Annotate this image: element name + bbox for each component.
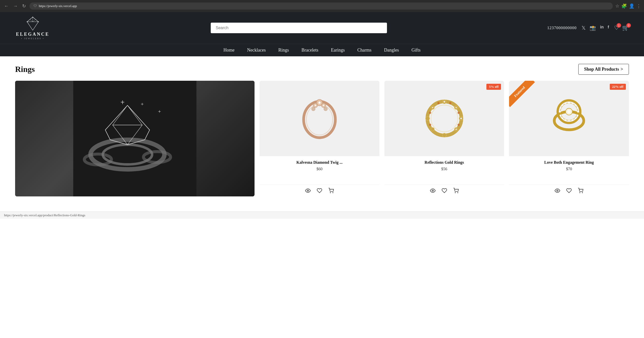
svg-point-66: [575, 104, 576, 106]
shop-all-label: Shop All Products: [584, 67, 619, 72]
love-both-ring-svg: [546, 96, 592, 141]
cart-button-kalvesna[interactable]: [328, 188, 334, 193]
twitter-icon[interactable]: 𝕏: [582, 25, 586, 31]
svg-point-55: [437, 102, 440, 104]
svg-point-29: [311, 107, 315, 111]
svg-point-64: [568, 102, 570, 103]
search-input[interactable]: [211, 23, 387, 33]
product-image-reflections: 5% off: [384, 81, 504, 156]
nav-bracelets[interactable]: Bracelets: [302, 48, 318, 53]
svg-point-77: [562, 117, 563, 119]
svg-point-69: [577, 114, 578, 116]
status-url: https://jewerly-six.vercel.app/product/R…: [4, 213, 85, 217]
featured-ribbon: Featured: [509, 81, 537, 108]
wishlist-button-reflections[interactable]: [442, 188, 447, 193]
svg-point-81: [567, 110, 571, 113]
svg-point-9: [38, 21, 39, 22]
refresh-button[interactable]: ↻: [21, 2, 27, 10]
svg-point-43: [442, 133, 446, 137]
svg-point-75: [559, 111, 561, 112]
svg-point-57: [429, 124, 431, 126]
svg-point-54: [457, 124, 460, 126]
product-card-kalvesna[interactable]: Kalvesna Diamond Twig ... $60: [260, 81, 379, 196]
svg-point-68: [577, 111, 579, 112]
svg-point-32: [315, 105, 316, 106]
svg-point-34: [307, 190, 309, 191]
header-right: 1237000000000 𝕏 📸 in f ♡ 1 🛒 0: [547, 25, 629, 31]
back-button[interactable]: ←: [3, 3, 10, 10]
svg-point-35: [330, 192, 331, 193]
nav-dangles[interactable]: Dangles: [384, 48, 399, 53]
wishlist-badge: 1: [617, 23, 621, 28]
address-bar[interactable]: 🛡 https://jewerly-six.vercel.app: [29, 3, 613, 10]
svg-point-52: [449, 102, 451, 104]
facebook-icon[interactable]: f: [608, 25, 609, 31]
svg-point-58: [432, 190, 434, 191]
instagram-icon[interactable]: 📸: [590, 25, 596, 31]
svg-point-73: [562, 104, 563, 106]
hero-product[interactable]: [15, 81, 255, 196]
product-price-kalvesna: $60: [264, 167, 375, 171]
featured-ribbon-text: Featured: [509, 81, 535, 107]
svg-point-84: [582, 192, 583, 193]
wishlist-button-kalvesna[interactable]: [317, 188, 322, 193]
cart-badge: 0: [626, 23, 631, 28]
svg-point-79: [568, 120, 570, 121]
product-card-reflections[interactable]: 5% off: [384, 81, 504, 196]
nav-charms[interactable]: Charms: [357, 48, 371, 53]
svg-point-7: [32, 17, 33, 17]
search-container: [211, 23, 387, 33]
discount-badge-reflections: 5% off: [486, 84, 501, 90]
extensions-icon[interactable]: 🧩: [621, 3, 627, 9]
svg-point-53: [457, 112, 460, 114]
url-display: https://jewerly-six.vercel.app: [39, 4, 77, 8]
product-actions-love-both: [509, 185, 629, 196]
status-bar: https://jewerly-six.vercel.app/product/R…: [0, 212, 644, 219]
product-card-love-both[interactable]: Featured 22% off: [509, 81, 629, 196]
forward-button[interactable]: →: [12, 3, 19, 10]
view-button-love-both[interactable]: [555, 188, 560, 193]
cart-button-reflections[interactable]: [453, 188, 459, 193]
svg-point-50: [455, 129, 457, 130]
logo-area[interactable]: ELEGANCE • JEWELERS •: [15, 16, 50, 40]
svg-point-67: [577, 107, 578, 109]
svg-point-24: [304, 102, 335, 138]
nav-necklaces[interactable]: Necklaces: [247, 48, 266, 53]
svg-point-71: [572, 119, 573, 121]
nav-gifts[interactable]: Gifts: [411, 48, 420, 53]
svg-point-82: [557, 190, 558, 191]
svg-line-5: [30, 20, 33, 22]
svg-point-36: [333, 192, 333, 193]
view-button-kalvesna[interactable]: [305, 188, 311, 193]
shop-all-link[interactable]: Shop All Products >: [578, 64, 629, 75]
nav-rings[interactable]: Rings: [278, 48, 289, 53]
shop-all-arrow: >: [621, 67, 623, 72]
cart-button[interactable]: 🛒 0: [622, 25, 629, 31]
linkedin-icon[interactable]: in: [600, 25, 603, 31]
bookmark-icon[interactable]: ☆: [615, 3, 619, 9]
cart-button-love-both[interactable]: [578, 188, 583, 193]
product-actions-kalvesna: [260, 185, 379, 196]
cart-area: ♡ 1 🛒 0: [614, 25, 629, 31]
wishlist-button[interactable]: ♡ 1: [614, 25, 619, 31]
wishlist-button-love-both[interactable]: [566, 188, 572, 193]
product-price-love-both: $70: [513, 167, 625, 171]
social-icons: 𝕏 📸 in f: [582, 25, 609, 31]
kalvesna-ring-svg: [297, 96, 342, 141]
svg-point-45: [425, 116, 430, 120]
svg-point-25: [306, 104, 333, 135]
svg-point-83: [580, 192, 580, 193]
menu-icon[interactable]: ⋮: [636, 3, 641, 9]
svg-point-44: [431, 128, 434, 131]
view-button-reflections[interactable]: [430, 188, 436, 193]
product-name-love-both: Love Both Engagement Ring: [513, 160, 625, 165]
profile-icon[interactable]: 👤: [629, 3, 634, 9]
svg-point-8: [27, 21, 27, 22]
nav-home[interactable]: Home: [224, 48, 235, 53]
site-nav: Home Necklaces Rings Bracelets Earings C…: [0, 44, 644, 56]
svg-point-56: [429, 112, 431, 114]
product-price-reflections: $56: [388, 167, 500, 171]
svg-point-51: [432, 107, 433, 108]
nav-earings[interactable]: Earings: [331, 48, 345, 53]
logo-subtitle: • JEWELERS •: [21, 37, 44, 40]
